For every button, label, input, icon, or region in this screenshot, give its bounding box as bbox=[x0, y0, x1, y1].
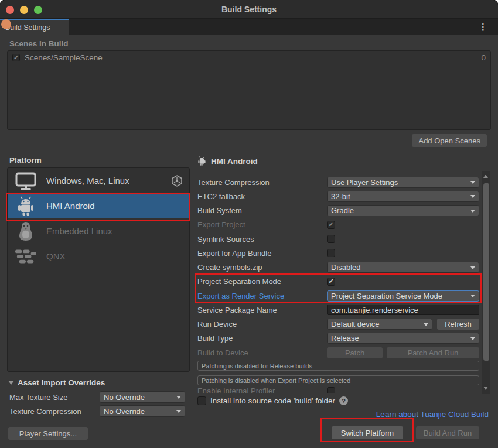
setting-row-run-device: Run Device Default device Refresh bbox=[197, 317, 479, 331]
setting-label: Texture Compression bbox=[197, 178, 327, 187]
setting-row-texture-compression: Texture Compression Use Player Settings bbox=[197, 175, 479, 189]
setting-label: Export as Render Service bbox=[197, 292, 327, 300]
platform-settings-panel: Texture Compression Use Player Settings … bbox=[197, 171, 479, 394]
setting-row-build-system: Build System Gradle bbox=[197, 204, 479, 218]
switch-platform-button[interactable]: Switch Platform bbox=[332, 426, 403, 439]
penguin-icon bbox=[15, 221, 37, 241]
scenes-in-build-header: Scenes In Build bbox=[9, 39, 69, 48]
android-robot-icon bbox=[15, 196, 37, 216]
setting-row-install-source: Install into source code 'build' folder … bbox=[197, 396, 348, 405]
player-settings-button[interactable]: Player Settings... bbox=[8, 427, 88, 440]
scenes-list: ✓ Scenes/SampleScene 0 bbox=[7, 50, 491, 130]
kebab-menu-icon[interactable]: ⋮ bbox=[479, 19, 487, 35]
add-open-scenes-button[interactable]: Add Open Scenes bbox=[412, 134, 487, 147]
scene-checkbox[interactable]: ✓ bbox=[12, 54, 20, 61]
setting-row-service-package-name: Service Package Name com.tuanjie.renders… bbox=[197, 303, 479, 317]
install-source-label: Install into source code 'build' folder bbox=[210, 396, 335, 405]
setting-row-export-project: Export Project ✓ bbox=[197, 218, 479, 232]
etc2-fallback-dropdown[interactable]: 32-bit bbox=[327, 191, 479, 202]
setting-row-build-to-device: Build to Device Patch Patch And Run bbox=[197, 346, 479, 360]
check-icon: ✓ bbox=[13, 54, 19, 61]
check-icon: ✓ bbox=[328, 221, 333, 228]
info-message-release: Patching is disabled for Release builds bbox=[197, 361, 479, 371]
scene-name: Scenes/SampleScene bbox=[25, 53, 476, 62]
setting-label: Build System bbox=[197, 206, 327, 215]
setting-label: Enable Internal Profiler bbox=[197, 387, 327, 393]
build-type-dropdown[interactable]: Release bbox=[327, 333, 479, 344]
platform-header: Platform bbox=[9, 156, 42, 165]
setting-row-export-render-service: Export as Render Service Project Separat… bbox=[197, 289, 479, 303]
foldout-triangle-icon bbox=[8, 381, 14, 385]
build-and-run-button[interactable]: Build And Run bbox=[416, 426, 479, 439]
help-icon[interactable]: ? bbox=[339, 396, 348, 405]
export-app-bundle-checkbox[interactable] bbox=[327, 249, 335, 257]
max-texture-size-label: Max Texture Size bbox=[9, 393, 67, 402]
max-texture-size-dropdown[interactable]: No Override bbox=[100, 391, 185, 403]
scene-list-item[interactable]: ✓ Scenes/SampleScene 0 bbox=[8, 51, 490, 64]
asset-import-overrides-title: Asset Import Overrides bbox=[18, 378, 105, 387]
build-settings-window: Build Settings Build Settings ⋮ Scenes I… bbox=[0, 0, 498, 448]
enable-internal-profiler-checkbox[interactable] bbox=[327, 387, 335, 393]
setting-row-enable-internal-profiler-clipped: Enable Internal Profiler bbox=[197, 387, 479, 393]
android-robot-icon bbox=[197, 156, 206, 166]
aio-texture-compression-label: Texture Compression bbox=[9, 407, 81, 416]
setting-label: ETC2 fallback bbox=[197, 192, 327, 201]
setting-row-etc2-fallback: ETC2 fallback 32-bit bbox=[197, 189, 479, 203]
aio-texture-compression-dropdown[interactable]: No Override bbox=[100, 405, 185, 417]
patch-button[interactable]: Patch bbox=[327, 347, 383, 358]
build-system-dropdown[interactable]: Gradle bbox=[327, 205, 479, 216]
setting-label: Symlink Sources bbox=[197, 235, 327, 244]
info-message-export-project: Patching is disabled when Export Project… bbox=[197, 375, 479, 385]
setting-row-build-type: Build Type Release bbox=[197, 331, 479, 346]
platform-item-label: Embedded Linux bbox=[46, 226, 182, 236]
desktop-monitor-icon bbox=[15, 172, 37, 190]
tab-bar: Build Settings ⋮ bbox=[0, 19, 498, 35]
refresh-button[interactable]: Refresh bbox=[437, 319, 479, 330]
setting-label: Service Package Name bbox=[197, 306, 327, 314]
run-device-dropdown[interactable]: Default device bbox=[327, 319, 432, 330]
setting-label: Export Project bbox=[197, 220, 327, 229]
service-package-name-field[interactable]: com.tuanjie.renderservice bbox=[327, 305, 479, 315]
scene-build-index: 0 bbox=[481, 53, 486, 62]
check-icon: ✓ bbox=[328, 278, 333, 285]
title-bar: Build Settings bbox=[0, 0, 498, 19]
platform-item-label: Windows, Mac, Linux bbox=[46, 176, 162, 186]
platform-list: Windows, Mac, Linux HMI Android Embedded… bbox=[7, 167, 190, 372]
click-indicator-dot bbox=[1, 19, 11, 29]
install-source-checkbox[interactable] bbox=[197, 396, 206, 405]
setting-row-project-separation-mode: Project Separation Mode ✓ bbox=[197, 275, 479, 289]
create-symbols-dropdown[interactable]: Disabled bbox=[327, 262, 479, 273]
setting-label: Create symbols.zip bbox=[197, 263, 327, 272]
asset-import-overrides-foldout[interactable]: Asset Import Overrides bbox=[8, 378, 105, 387]
qnx-blackberry-icon bbox=[15, 249, 37, 264]
setting-row-create-symbols: Create symbols.zip Disabled bbox=[197, 261, 479, 275]
settings-scrollbar[interactable] bbox=[482, 171, 490, 394]
scroll-down-arrow-icon[interactable] bbox=[483, 387, 488, 390]
symlink-sources-checkbox[interactable] bbox=[327, 235, 335, 243]
cloud-build-link[interactable]: Learn about Tuanjie Cloud Build bbox=[376, 410, 489, 419]
setting-label: Build Type bbox=[197, 334, 327, 343]
setting-label: Build to Device bbox=[197, 348, 327, 357]
setting-label: Export for App Bundle bbox=[197, 249, 327, 258]
platform-item-label: QNX bbox=[46, 251, 182, 261]
scroll-up-arrow-icon[interactable] bbox=[483, 175, 488, 178]
export-project-checkbox[interactable]: ✓ bbox=[327, 221, 335, 229]
window-title: Build Settings bbox=[0, 0, 498, 19]
selected-platform-title: HMI Android bbox=[211, 157, 258, 166]
setting-row-symlink-sources: Symlink Sources bbox=[197, 232, 479, 246]
project-separation-mode-checkbox[interactable]: ✓ bbox=[327, 278, 335, 286]
platform-item-qnx[interactable]: QNX bbox=[8, 244, 189, 269]
setting-label: Project Separation Mode bbox=[197, 277, 327, 286]
scrollbar-thumb[interactable] bbox=[483, 183, 489, 361]
export-render-service-dropdown[interactable]: Project Separation Service Mode bbox=[327, 290, 479, 302]
setting-row-export-app-bundle: Export for App Bundle bbox=[197, 246, 479, 260]
platform-item-hmi-android[interactable]: HMI Android bbox=[8, 193, 189, 218]
selected-platform-header: HMI Android bbox=[197, 156, 258, 166]
platform-item-label: HMI Android bbox=[46, 201, 182, 211]
setting-label: Run Device bbox=[197, 320, 327, 329]
patch-and-run-button[interactable]: Patch And Run bbox=[387, 347, 479, 358]
texture-compression-dropdown[interactable]: Use Player Settings bbox=[327, 177, 479, 188]
platform-item-windows-mac-linux[interactable]: Windows, Mac, Linux bbox=[8, 168, 189, 193]
platform-item-embedded-linux[interactable]: Embedded Linux bbox=[8, 218, 189, 244]
active-platform-badge-icon bbox=[172, 175, 182, 187]
